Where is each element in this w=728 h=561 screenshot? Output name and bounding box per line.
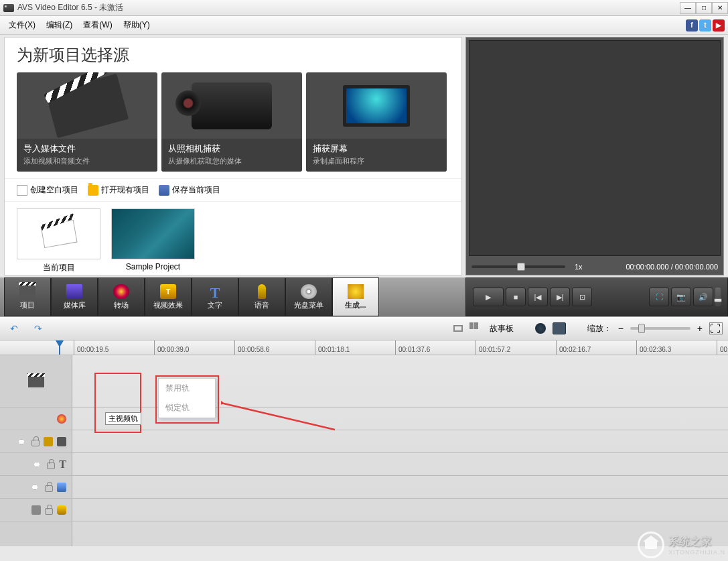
volume-button[interactable]: 🔊 xyxy=(693,288,713,306)
speed-label: 1x xyxy=(575,263,583,271)
menu-edit[interactable]: 编辑(Z) xyxy=(41,17,78,34)
strip-label: 打开现有项目 xyxy=(101,184,149,196)
card-sub: 录制桌面和程序 xyxy=(313,156,440,166)
undo-button[interactable]: ↶ xyxy=(5,321,23,336)
source-panel: 为新项目选择源 导入媒体文件 添加视频和音频文件 从照相机捕获 从摄像机获取您的… xyxy=(4,37,462,275)
open-existing-project[interactable]: 打开现有项目 xyxy=(88,184,149,196)
twitter-icon[interactable]: t xyxy=(699,19,711,32)
window-title: AVS Video Editor 6.5 - 未激活 xyxy=(17,2,680,13)
tab-voice[interactable]: 语音 xyxy=(238,277,285,316)
lock-icon[interactable] xyxy=(47,462,55,469)
zoom-in-button[interactable]: + xyxy=(697,323,703,334)
time-display: 00:00:00.000 / 00:00:00.000 xyxy=(626,263,718,271)
fullscreen-button[interactable]: ⛶ xyxy=(649,288,669,306)
frame-button[interactable]: ⊡ xyxy=(572,288,592,306)
tab-label: 媒体库 xyxy=(64,300,86,310)
tab-label: 转场 xyxy=(114,300,129,310)
next-button[interactable]: ▶| xyxy=(550,288,570,306)
youtube-icon[interactable]: ▶ xyxy=(713,19,725,32)
capture-screen-card[interactable]: 捕获屏幕 录制桌面和程序 xyxy=(306,72,447,172)
eye-icon[interactable] xyxy=(29,482,41,493)
document-icon xyxy=(17,185,27,196)
zoom-slider[interactable] xyxy=(630,327,690,330)
tab-video-effects[interactable]: T视频效果 xyxy=(145,277,192,316)
webcam-icon[interactable] xyxy=(535,323,546,334)
tab-label: 生成... xyxy=(345,300,366,310)
folder-icon xyxy=(88,185,98,196)
panel-title: 为新项目选择源 xyxy=(5,38,461,70)
eye-icon[interactable] xyxy=(15,436,27,447)
ruler-label: 00:00:39.0 xyxy=(155,346,189,355)
current-project-item[interactable]: 当前项目 xyxy=(17,208,100,273)
zoom-out-button[interactable]: − xyxy=(618,323,624,334)
ruler-label: 00:00:19.5 xyxy=(74,346,108,355)
import-media-card[interactable]: 导入媒体文件 添加视频和音频文件 xyxy=(17,72,157,172)
project-label: Sample Project xyxy=(111,262,195,271)
redo-button[interactable]: ↷ xyxy=(29,321,47,336)
star-icon xyxy=(348,284,364,299)
fit-button[interactable]: ⛶ xyxy=(709,322,723,334)
main-video-track-header[interactable] xyxy=(0,355,72,408)
ctx-lock-track[interactable]: 锁定轨 xyxy=(159,398,215,418)
overlay-track-header[interactable] xyxy=(0,476,72,499)
overlay-icon xyxy=(57,483,66,492)
transition-track-header[interactable] xyxy=(0,408,72,430)
facebook-icon[interactable]: f xyxy=(686,19,698,32)
tab-text[interactable]: T文字 xyxy=(192,277,238,316)
menu-file[interactable]: 文件(X) xyxy=(3,17,41,34)
speed-slider[interactable] xyxy=(471,265,565,268)
tab-project[interactable]: 项目 xyxy=(4,277,51,316)
ruler-label: 00:01:57.2 xyxy=(476,346,510,355)
lock-icon[interactable] xyxy=(45,485,53,492)
tab-label: 视频效果 xyxy=(153,300,183,310)
fx-track-header[interactable] xyxy=(0,430,72,453)
lock-icon[interactable] xyxy=(45,508,53,515)
tab-transitions[interactable]: 转场 xyxy=(98,277,145,316)
speaker-icon[interactable] xyxy=(31,505,41,515)
strip-label: 保存当前项目 xyxy=(172,184,220,196)
tab-label: 文字 xyxy=(208,300,222,310)
mic-icon xyxy=(57,505,66,515)
ruler-label: 00:02:36.3 xyxy=(637,346,671,355)
text-track-header[interactable]: T xyxy=(0,453,72,476)
stop-button[interactable]: ■ xyxy=(506,288,526,306)
camcorder-icon xyxy=(192,82,272,129)
storyboard-mode-icon[interactable] xyxy=(469,322,483,334)
audio-track-header[interactable] xyxy=(0,499,72,521)
watermark-label: 系统之家 xyxy=(668,535,725,549)
capture-camera-card[interactable]: 从照相机捕获 从摄像机获取您的媒体 xyxy=(161,72,302,172)
tab-media-library[interactable]: 媒体库 xyxy=(51,277,98,316)
text-icon: T xyxy=(207,284,223,299)
monitor-icon[interactable] xyxy=(553,322,566,334)
ruler-label: 00:00:58.6 xyxy=(235,346,269,355)
volume-slider[interactable] xyxy=(715,288,721,306)
strip-label: 创建空白项目 xyxy=(30,184,78,196)
maximize-button[interactable]: □ xyxy=(696,2,712,14)
menu-view[interactable]: 查看(W) xyxy=(78,17,117,34)
tab-label: 光盘菜单 xyxy=(294,300,323,310)
tab-label: 项目 xyxy=(20,300,35,310)
save-current-project[interactable]: 保存当前项目 xyxy=(159,184,220,196)
eye-icon[interactable] xyxy=(31,459,43,470)
prev-button[interactable]: |◀ xyxy=(528,288,548,306)
sample-project-item[interactable]: Sample Project xyxy=(111,208,195,273)
minimize-button[interactable]: — xyxy=(680,2,696,14)
project-thumbnail xyxy=(111,208,195,259)
snapshot-button[interactable]: 📷 xyxy=(671,288,691,306)
tab-produce[interactable]: 生成... xyxy=(332,277,379,316)
ctx-disable-track[interactable]: 禁用轨 xyxy=(159,379,215,398)
close-button[interactable]: ✕ xyxy=(712,2,728,14)
timeline-ruler[interactable]: 00:00:19.5 00:00:39.0 00:00:58.6 00:01:1… xyxy=(0,340,728,355)
watermark: 系统之家 XITONGZHIJIA.N xyxy=(638,532,725,558)
playhead[interactable] xyxy=(59,340,60,355)
ruler-label: 00:02:16.7 xyxy=(557,346,591,355)
preview-viewport xyxy=(469,40,721,256)
create-blank-project[interactable]: 创建空白项目 xyxy=(17,184,78,196)
card-title: 从照相机捕获 xyxy=(168,143,295,155)
menu-help[interactable]: 帮助(Y) xyxy=(118,17,155,34)
lock-icon[interactable] xyxy=(31,440,40,446)
play-button[interactable]: ▶ xyxy=(473,288,504,306)
tab-disc-menu[interactable]: 光盘菜单 xyxy=(285,277,332,316)
timeline-mode-icon[interactable] xyxy=(453,325,463,332)
card-sub: 从摄像机获取您的媒体 xyxy=(168,156,295,166)
